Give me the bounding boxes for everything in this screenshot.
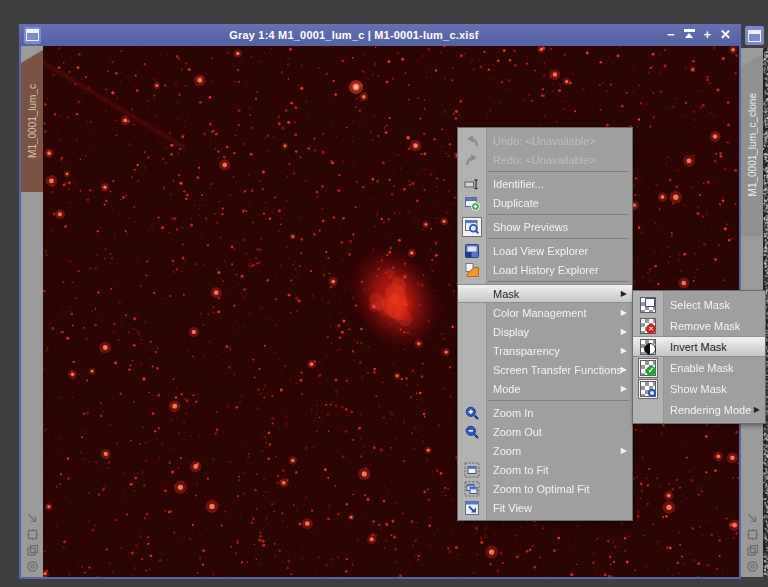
redo-icon	[458, 152, 486, 168]
undo-icon	[458, 133, 486, 149]
menu-item-load-history-explorer[interactable]: Load History Explorer	[458, 260, 632, 279]
menu-separator	[488, 281, 629, 282]
submenu-arrow-icon: ▶	[754, 405, 760, 414]
invert-mask-icon	[633, 339, 663, 355]
window-menu-icon[interactable]	[24, 27, 41, 44]
submenu-arrow-icon: ▶	[621, 308, 627, 317]
window-glyph-icon	[748, 30, 761, 42]
preview-mode-icon[interactable]	[26, 544, 39, 557]
menu-item-zoom[interactable]: Zoom ▶	[458, 441, 632, 460]
view-tab-strip: M1_0001_lum_c	[21, 46, 43, 577]
clone-view-tab[interactable]: M1_0001_lum_c_clone	[741, 54, 763, 236]
menu-item-zoom-in[interactable]: Zoom In	[458, 403, 632, 422]
menu-item-zoom-out[interactable]: Zoom Out	[458, 422, 632, 441]
menu-item-zoom-to-optimal-fit[interactable]: Zoom to Optimal Fit	[458, 479, 632, 498]
show-mask-icon	[640, 381, 656, 397]
selection-mode-icon[interactable]	[26, 528, 39, 541]
menu-separator	[488, 400, 629, 401]
menu-item-show-previews[interactable]: Show Previews	[458, 217, 632, 236]
submenu-arrow-icon: ▶	[621, 327, 627, 336]
zoom-out-icon	[458, 424, 486, 440]
window-titlebar[interactable]: Gray 1:4 M1_0001_lum_c | M1-0001-lum_c.x…	[19, 24, 741, 46]
preview-mode-icon[interactable]	[746, 544, 759, 557]
maximize-button[interactable]: +	[704, 28, 712, 42]
selection-mode-icon[interactable]	[746, 528, 759, 541]
shade-button[interactable]	[684, 28, 695, 42]
menu-item-remove-mask[interactable]: × Remove Mask	[633, 315, 765, 336]
show-previews-icon	[464, 219, 480, 235]
menu-separator	[488, 238, 629, 239]
context-menu: Undo: <Unavailable> Redo: <Unavailable> …	[457, 127, 633, 521]
window-glyph-icon	[26, 29, 39, 41]
menu-item-rendering-mode[interactable]: Rendering Mode ▶	[633, 399, 765, 420]
minimize-button[interactable]: −	[667, 28, 675, 42]
remove-mask-icon: ×	[633, 318, 663, 334]
menu-item-undo[interactable]: Undo: <Unavailable>	[458, 131, 632, 150]
checked-toggle-frame: ✓	[638, 358, 658, 378]
menu-item-invert-mask[interactable]: Invert Mask	[633, 336, 765, 357]
zoom-to-optimal-fit-icon	[458, 481, 486, 497]
menu-item-duplicate[interactable]: Duplicate	[458, 193, 632, 212]
submenu-arrow-icon: ▶	[621, 289, 627, 298]
view-explorer-icon	[458, 243, 486, 259]
menu-item-load-view-explorer[interactable]: Load View Explorer	[458, 241, 632, 260]
menu-separator	[488, 214, 629, 215]
submenu-arrow-icon: ▶	[621, 384, 627, 393]
pan-mode-icon[interactable]	[746, 512, 759, 525]
view-tab-label: M1_0001_lum_c	[27, 84, 38, 158]
submenu-arrow-icon: ▶	[621, 365, 627, 374]
identifier-icon	[458, 176, 486, 192]
menu-item-transparency[interactable]: Transparency ▶	[458, 341, 632, 360]
menu-item-color-management[interactable]: Color Management ▶	[458, 303, 632, 322]
submenu-arrow-icon: ▶	[621, 346, 627, 355]
close-button[interactable]: ✕	[720, 28, 731, 42]
zoom-in-icon	[458, 405, 486, 421]
zoom-to-fit-icon	[458, 462, 486, 478]
checked-toggle-frame	[462, 217, 482, 237]
duplicate-icon	[458, 195, 486, 211]
center-mode-icon[interactable]	[26, 560, 39, 573]
menu-item-show-mask[interactable]: Show Mask	[633, 378, 765, 399]
shade-rollup-icon	[684, 28, 695, 39]
center-mode-icon[interactable]	[746, 560, 759, 573]
menu-item-display[interactable]: Display ▶	[458, 322, 632, 341]
clone-window-icon[interactable]	[745, 26, 764, 45]
menu-item-identifier[interactable]: Identifier...	[458, 174, 632, 193]
active-view-tab[interactable]: M1_0001_lum_c	[21, 50, 43, 192]
menu-item-mode[interactable]: Mode ▶	[458, 379, 632, 398]
mask-submenu: Select Mask × Remove Mask Invert Mask ✓ …	[632, 290, 766, 424]
select-mask-icon	[633, 297, 663, 313]
pan-mode-icon[interactable]	[26, 512, 39, 525]
menu-item-select-mask[interactable]: Select Mask	[633, 294, 765, 315]
menu-item-screen-transfer-functions[interactable]: Screen Transfer Functions ▶	[458, 360, 632, 379]
menu-item-mask[interactable]: Mask ▶	[458, 284, 632, 303]
menu-item-zoom-to-fit[interactable]: Zoom to Fit	[458, 460, 632, 479]
menu-item-redo[interactable]: Redo: <Unavailable>	[458, 150, 632, 169]
menu-separator	[488, 171, 629, 172]
history-explorer-icon	[458, 262, 486, 278]
menu-item-fit-view[interactable]: Fit View	[458, 498, 632, 517]
menu-item-enable-mask[interactable]: ✓ Enable Mask	[633, 357, 765, 378]
window-title: Gray 1:4 M1_0001_lum_c | M1-0001-lum_c.x…	[41, 29, 667, 41]
enable-mask-icon: ✓	[640, 360, 656, 376]
clone-tab-label: M1_0001_lum_c_clone	[747, 93, 758, 196]
checked-toggle-frame	[638, 379, 658, 399]
submenu-arrow-icon: ▶	[621, 446, 627, 455]
fit-view-icon	[458, 500, 486, 516]
